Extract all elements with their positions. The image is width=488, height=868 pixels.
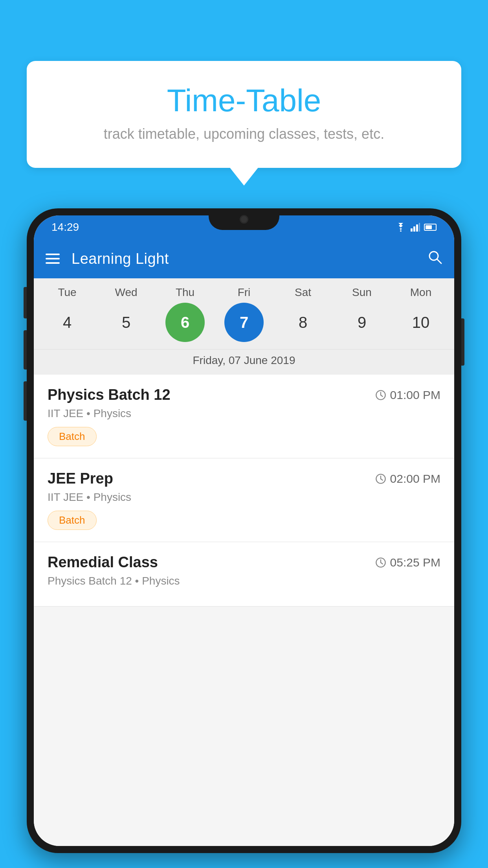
- svg-line-15: [381, 563, 383, 564]
- schedule-sub-1: IIT JEE • Physics: [48, 407, 440, 420]
- notch: [209, 208, 279, 230]
- schedule-title-2: JEE Prep: [48, 470, 113, 487]
- svg-rect-4: [419, 223, 420, 232]
- wifi-icon: [395, 223, 407, 232]
- speech-bubble: Time-Table track timetable, upcoming cla…: [27, 61, 461, 168]
- schedule-item-3[interactable]: Remedial Class 05:25 PM Physics Batch 12…: [34, 542, 454, 607]
- date-9[interactable]: 9: [342, 303, 382, 342]
- day-wed: Wed: [101, 286, 152, 299]
- hamburger-icon[interactable]: [46, 254, 60, 264]
- schedule-sub-3: Physics Batch 12 • Physics: [48, 575, 440, 587]
- svg-line-9: [381, 395, 383, 397]
- date-8[interactable]: 8: [283, 303, 323, 342]
- day-sat: Sat: [277, 286, 328, 299]
- battery-icon: [424, 224, 437, 231]
- phone-wrapper: 14:29: [27, 208, 461, 868]
- day-sun: Sun: [336, 286, 387, 299]
- batch-badge-2: Batch: [48, 511, 97, 530]
- day-mon: Mon: [395, 286, 446, 299]
- svg-line-6: [437, 259, 441, 263]
- week-days: Tue Wed Thu Fri Sat Sun Mon: [34, 286, 454, 299]
- status-icons: [395, 223, 437, 232]
- schedule-sub-2: IIT JEE • Physics: [48, 491, 440, 504]
- clock-icon-2: [375, 473, 386, 484]
- day-thu: Thu: [160, 286, 211, 299]
- power-button: [461, 318, 464, 366]
- day-fri: Fri: [218, 286, 270, 299]
- app-title: Learning Light: [72, 250, 427, 267]
- bubble-title: Time-Table: [50, 83, 438, 119]
- clock-icon-3: [375, 557, 386, 568]
- week-dates: 4 5 6 7 8 9 10: [34, 303, 454, 349]
- date-7-selected[interactable]: 7: [224, 303, 264, 342]
- svg-line-12: [381, 479, 383, 480]
- schedule-item-2[interactable]: JEE Prep 02:00 PM IIT JEE • Physics Batc…: [34, 458, 454, 542]
- schedule-content: Physics Batch 12 01:00 PM IIT JEE • Phys…: [34, 375, 454, 846]
- schedule-title-3: Remedial Class: [48, 554, 158, 571]
- volume-mute-button: [24, 287, 27, 318]
- svg-rect-3: [416, 224, 418, 232]
- volume-down-button: [24, 381, 27, 421]
- phone-frame: 14:29: [27, 208, 461, 853]
- svg-rect-2: [413, 226, 415, 232]
- day-tue: Tue: [42, 286, 93, 299]
- volume-up-button: [24, 330, 27, 370]
- selected-date-label: Friday, 07 June 2019: [34, 349, 454, 375]
- schedule-title-1: Physics Batch 12: [48, 386, 171, 403]
- date-5[interactable]: 5: [106, 303, 146, 342]
- clock-icon-1: [375, 390, 386, 401]
- phone-screen: 14:29: [34, 215, 454, 846]
- search-button[interactable]: [427, 250, 442, 268]
- calendar-section: Tue Wed Thu Fri Sat Sun Mon 4 5 6 7 8 9 …: [34, 278, 454, 375]
- bubble-subtitle: track timetable, upcoming classes, tests…: [50, 126, 438, 142]
- date-6-today[interactable]: 6: [165, 303, 205, 342]
- camera: [240, 215, 248, 224]
- schedule-time-1: 01:00 PM: [375, 388, 440, 402]
- date-10[interactable]: 10: [401, 303, 440, 342]
- schedule-item-1[interactable]: Physics Batch 12 01:00 PM IIT JEE • Phys…: [34, 375, 454, 458]
- schedule-time-3: 05:25 PM: [375, 556, 440, 569]
- signal-icon: [411, 223, 420, 232]
- svg-point-0: [400, 230, 402, 232]
- batch-badge-1: Batch: [48, 427, 97, 446]
- app-bar: Learning Light: [34, 239, 454, 278]
- date-4[interactable]: 4: [48, 303, 87, 342]
- svg-rect-1: [411, 228, 413, 232]
- status-time: 14:29: [51, 221, 79, 234]
- schedule-time-2: 02:00 PM: [375, 472, 440, 485]
